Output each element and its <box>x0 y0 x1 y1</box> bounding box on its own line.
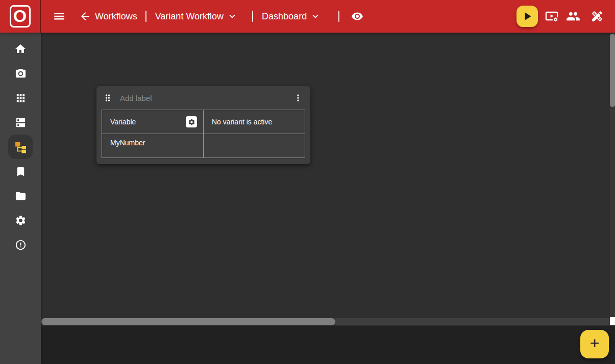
sidebar <box>0 33 41 364</box>
gear-icon <box>15 215 27 226</box>
view-selector-label: Dashboard <box>262 11 307 22</box>
design-mode-button[interactable] <box>591 10 604 23</box>
variable-header-cell: Variable <box>102 110 204 134</box>
arrow-back-icon <box>79 10 91 22</box>
chevron-down-icon <box>227 11 238 22</box>
plus-icon: + <box>590 335 600 351</box>
variable-settings-button[interactable] <box>186 116 197 127</box>
separator <box>145 11 146 22</box>
error-icon <box>15 239 27 251</box>
variant-status-cell: No variant is active <box>204 110 305 134</box>
widget-label-input[interactable]: Add label <box>120 94 152 102</box>
design-services-icon <box>591 10 604 23</box>
run-workflow-button[interactable] <box>516 6 538 27</box>
dns-server-icon <box>15 117 27 128</box>
folder-icon <box>15 190 27 202</box>
app-logo[interactable]: O <box>0 0 41 33</box>
variable-widget-card[interactable]: Add label Variable <box>96 86 310 164</box>
view-selector[interactable]: Dashboard <box>262 11 321 22</box>
separator <box>252 11 253 22</box>
sidebar-item-camera[interactable] <box>8 61 33 86</box>
sidebar-item-home[interactable] <box>8 37 33 61</box>
add-widget-button[interactable]: + <box>580 330 609 358</box>
camera-icon <box>15 68 27 80</box>
drag-handle-icon[interactable] <box>103 93 113 103</box>
chevron-down-icon <box>310 11 321 22</box>
table-row: MyNumber <box>102 134 305 158</box>
logo-letter: O <box>13 7 27 24</box>
horizontal-scrollbar-thumb[interactable] <box>41 318 335 325</box>
sidebar-item-workflows[interactable] <box>8 135 33 159</box>
horizontal-scrollbar-track[interactable] <box>335 318 610 325</box>
sidebar-item-apps[interactable] <box>8 86 33 110</box>
play-icon <box>521 10 534 23</box>
widget-header: Add label <box>96 86 310 110</box>
sidebar-item-settings[interactable] <box>8 208 33 232</box>
app-bar: O Workflows Variant Workflow Dashboard <box>0 0 615 33</box>
kebab-menu-icon <box>293 93 303 103</box>
sidebar-item-servers[interactable] <box>8 110 33 135</box>
menu-button[interactable] <box>53 10 66 23</box>
eye-icon <box>350 10 365 22</box>
sidebar-item-bookmarks[interactable] <box>8 159 33 184</box>
separator <box>338 11 339 22</box>
variable-value-name-cell[interactable]: MyNumber <box>102 134 204 158</box>
scrollbar-corner <box>610 317 615 325</box>
variable-name: Variable <box>110 118 136 126</box>
variable-table: Variable No variant is active MyNumber <box>102 110 305 158</box>
workflow-selector-label: Variant Workflow <box>155 11 224 22</box>
run-settings-button[interactable] <box>545 9 559 23</box>
variable-value-cell[interactable] <box>204 134 305 158</box>
widget-menu-button[interactable] <box>292 92 304 104</box>
workflow-selector[interactable]: Variant Workflow <box>155 11 238 22</box>
home-icon <box>14 43 27 55</box>
topbar-actions <box>516 6 604 27</box>
workflow-tree-icon <box>14 141 27 153</box>
vertical-scrollbar-thumb[interactable] <box>610 34 615 107</box>
group-icon <box>566 9 580 23</box>
back-button[interactable] <box>79 10 91 22</box>
table-row: Variable No variant is active <box>102 110 305 134</box>
sidebar-item-files[interactable] <box>8 184 33 208</box>
users-button[interactable] <box>566 9 580 23</box>
hamburger-menu-icon <box>53 10 66 23</box>
dashboard-canvas[interactable]: Add label Variable <box>41 33 615 326</box>
bookmark-icon <box>15 166 27 177</box>
sidebar-item-alerts[interactable] <box>8 232 33 257</box>
apps-grid-icon <box>15 92 27 104</box>
gear-icon <box>188 118 195 126</box>
preview-button[interactable] <box>350 10 365 22</box>
nav-workflows-label[interactable]: Workflows <box>95 11 137 22</box>
bottom-panel: + <box>41 326 615 364</box>
logo-frame-icon: O <box>10 5 31 28</box>
video-settings-icon <box>545 9 559 23</box>
